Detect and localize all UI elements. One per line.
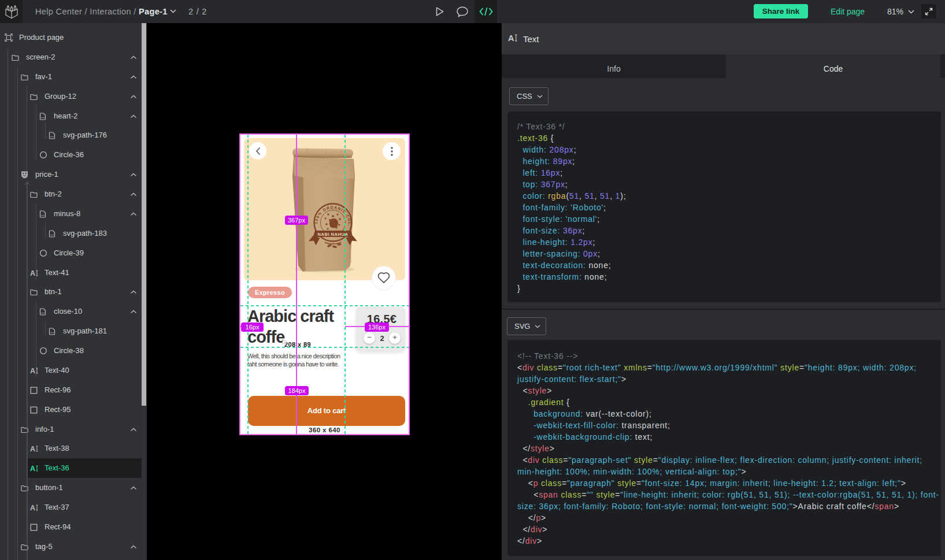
svg-text:A: A [30,504,35,511]
svg-text:A: A [30,367,35,374]
svg-text:A: A [30,269,35,277]
svg-text:A: A [508,34,514,42]
svg-text:A: A [30,445,35,453]
svg-text:A: A [30,465,35,472]
